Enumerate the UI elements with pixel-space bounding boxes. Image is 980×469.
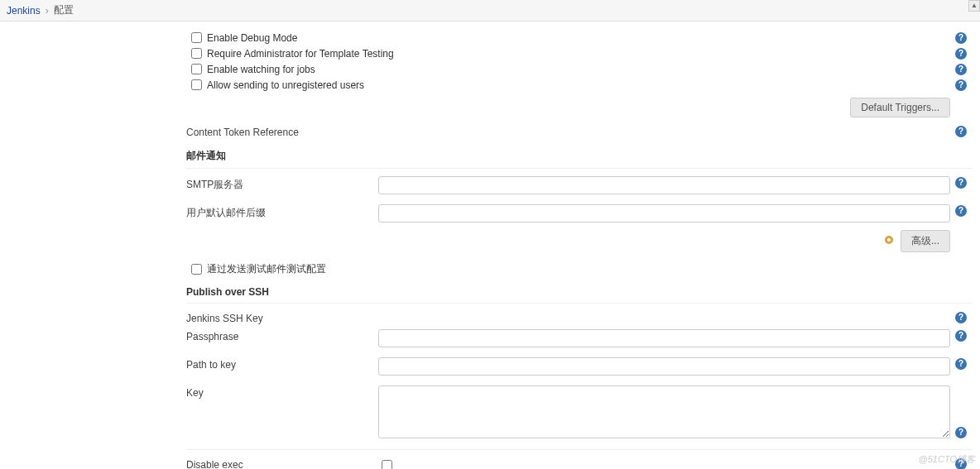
divider (186, 303, 972, 304)
mailer-advanced-button[interactable]: 高级... (901, 230, 950, 252)
help-icon[interactable]: ? (955, 79, 967, 91)
passphrase-input[interactable] (378, 329, 950, 347)
enable-watching-label: Enable watching for jobs (207, 64, 315, 75)
allow-unregistered-label: Allow sending to unregistered users (207, 79, 364, 91)
help-icon[interactable]: ? (955, 312, 967, 323)
smtp-server-label: SMTP服务器 (186, 176, 378, 192)
divider (186, 449, 972, 450)
help-icon[interactable]: ? (955, 64, 967, 75)
breadcrumb-root[interactable]: Jenkins (7, 5, 41, 17)
default-triggers-button[interactable]: Default Triggers... (850, 98, 950, 117)
disable-exec-label: Disable exec (186, 457, 378, 469)
scroll-up-icon[interactable]: ▲ (968, 0, 980, 12)
content-token-reference-label: Content Token Reference (186, 125, 378, 138)
require-admin-checkbox[interactable] (191, 48, 202, 59)
key-label: Key (186, 385, 378, 399)
key-textarea[interactable] (378, 385, 950, 438)
breadcrumb-sep-icon: › (46, 5, 49, 17)
divider (186, 168, 972, 169)
breadcrumb-current: 配置 (54, 3, 74, 17)
test-mail-checkbox[interactable] (191, 264, 202, 275)
breadcrumb: Jenkins › 配置 (0, 0, 980, 22)
disable-exec-checkbox[interactable] (382, 460, 392, 469)
help-icon[interactable]: ? (955, 205, 967, 217)
path-to-key-input[interactable] (378, 357, 950, 376)
help-icon[interactable]: ? (955, 358, 967, 370)
help-icon[interactable]: ? (955, 177, 967, 189)
require-admin-label: Require Administrator for Template Testi… (207, 48, 394, 60)
help-icon[interactable]: ? (955, 32, 967, 44)
ssh-section-title: Publish over SSH (186, 286, 972, 298)
smtp-server-input[interactable] (378, 176, 950, 194)
help-icon[interactable]: ? (955, 48, 967, 60)
jenkins-ssh-key-label: Jenkins SSH Key (186, 311, 378, 324)
svg-point-1 (887, 238, 891, 242)
allow-unregistered-checkbox[interactable] (191, 79, 202, 90)
path-to-key-label: Path to key (186, 357, 378, 371)
enable-debug-label: Enable Debug Mode (207, 32, 297, 44)
test-mail-label: 通过发送测试邮件测试配置 (207, 262, 326, 276)
default-suffix-input[interactable] (378, 204, 950, 223)
default-suffix-label: 用户默认邮件后缀 (186, 204, 378, 220)
help-icon[interactable]: ? (955, 427, 967, 438)
help-icon[interactable]: ? (955, 126, 967, 137)
mailer-section-title: 邮件通知 (186, 149, 972, 163)
passphrase-label: Passphrase (186, 329, 378, 342)
enable-watching-checkbox[interactable] (191, 64, 202, 74)
help-icon[interactable]: ? (955, 330, 967, 342)
watermark: @51CTO博客 (919, 453, 975, 466)
enable-debug-checkbox[interactable] (191, 32, 202, 43)
gear-icon (882, 233, 896, 249)
